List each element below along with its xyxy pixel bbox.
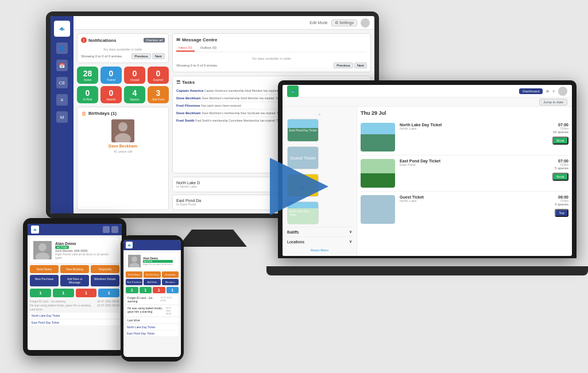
edit-mode-label: Edit Mode [310,21,328,25]
tablet-action-btn[interactable]: Add Note or Message [60,275,89,286]
tablet-icon-2[interactable] [111,226,118,233]
dashboard-button[interactable]: Dashboard [519,88,543,94]
tablet-stat-box-3: 1 [98,289,119,297]
phone-stats-grid: 1111 [126,287,179,293]
outbox-tab[interactable]: Outbox (0) [198,45,219,52]
tablet-icon-1[interactable] [103,226,110,233]
jump-to-date-button[interactable]: Jump to date [539,99,567,106]
stat-box-join-form: 3Join Form [148,86,169,103]
msg-next-button[interactable]: Next [354,63,367,68]
laptop-user-avatar[interactable] [558,87,567,96]
ticket-right-north-lake: 07:00 720m 10 spaces Book [552,123,568,145]
ticket-info-north-lake: North Lake Day Ticket North Lake [400,123,548,130]
svg-point-1 [118,122,127,131]
phone-list-item-3: Last drive [126,317,179,323]
ticket-row-guest: Guest Ticket North Lake 08:00 720m 4 spa… [361,192,568,227]
tablet-action-btn[interactable]: Hospitality [91,265,119,273]
user-avatar[interactable] [361,18,370,28]
tablet-stat-box-1: 1 [53,289,74,297]
stat-box-spaces: 4Spaces [124,86,145,103]
settings-button[interactable]: ⚙ Settings [331,20,357,26]
scroll-up[interactable]: ^ [287,111,352,119]
phone-action-btn[interactable]: Send Status [126,271,142,278]
message-pagination: Showing 0 to 0 of 0 entries Previous Nex… [176,63,367,68]
play-button-overlay[interactable] [260,158,328,215]
book-north-lake-button[interactable]: Book [552,137,568,145]
date-header: Thu 29 Jul [361,110,568,116]
birthday-title: 🎂 Birthdays (1) [81,111,165,116]
monitor-header: Edit Mode ⚙ Settings [74,16,374,30]
phone-action-btn[interactable]: Members [162,279,179,285]
phone-frame: 🐟 Alan Demo ACTIVE [121,235,184,362]
locations-filter[interactable]: Locations ∨ [287,236,352,246]
stat-box-awards: 0Awards [100,86,122,103]
birthday-card: Dave Beckham 41 years old [81,119,165,153]
tablet-member-info: Alan Demo ACTIVE Adult Member (999-9999)… [55,242,116,259]
prev-button[interactable]: Previous [131,53,150,59]
sidebar-nav-icon-4[interactable]: ≡ [56,94,68,106]
tablet-stat-box-0: 1 [30,289,51,297]
play-button-icon[interactable] [260,158,328,215]
laptop-logo: 🐟 [287,86,299,97]
sidebar-nav-icon-1[interactable]: 👤 [56,42,68,54]
tablet-action-btn[interactable]: New Booking [60,265,89,273]
book-east-pond-button[interactable]: Book [552,173,568,181]
phone-stat-box-3: 1 [167,287,179,293]
notifications-panel: ! Notifications Dismiss all No data avai… [77,33,169,63]
sidebar-nav-icon-3[interactable]: CE [56,77,68,88]
monitor-sidebar: 🐟 👤 📅 CE ≡ M [51,16,74,213]
ticket-image-guest [361,195,395,224]
bailiffs-filter[interactable]: Bailiffs ∨ [287,227,352,236]
ticket-right-east-pond: 07:00 720m 5 spaces Book [552,159,568,181]
tablet-action-btn[interactable]: Send Status [30,265,59,273]
laptop-sub-header: Jump to date [283,98,572,107]
scene: 🐟 👤 📅 CE ≡ M Edit Mode ⚙ Settings [0,0,588,373]
tablet-frame: 🐟 [23,218,126,356]
phone-action-btn[interactable]: Add Note [144,279,160,285]
phone-stat-box-2: 1 [153,287,165,293]
next-button[interactable]: Next [152,53,165,59]
icon-2: ≡ [552,90,555,93]
stat-box-expired: 0Expired [148,67,169,84]
pagination-buttons: Previous Next [131,53,165,59]
sidebar-nav-icon-5[interactable]: M [56,111,68,123]
phone-avatar [128,255,141,267]
ticket-row-north-lake: North Lake Day Ticket North Lake 07:00 7… [361,119,568,156]
tablet-header-icons [103,226,118,233]
phone-header: 🐟 [123,240,181,250]
msg-prev-button[interactable]: Previous [334,63,353,68]
tablet-action-btn[interactable]: New Purchase [30,275,59,286]
ticket-image-east-pond [361,159,395,188]
notifications-empty: No data available in table [81,45,165,53]
tablet-member-badge: ACTIVE [55,246,69,249]
tablet-actions-grid: Send StatusNew BookingHospitalityNew Pur… [30,265,119,286]
phone-action-btn[interactable]: Hospitality [162,271,179,278]
tablet-logo: 🐟 [31,226,39,234]
phone-action-btn[interactable]: New Booking [144,271,160,278]
phone-screen: 🐟 Alan Demo ACTIVE [123,240,181,357]
stats-row: 28Active0Trainer0Unpaid0Expired0At Risk0… [77,67,169,103]
laptop-base [266,266,588,275]
laptop-logo-icon: 🐟 [287,86,299,97]
ticket-info-guest: Guest Ticket North Lake [400,195,550,203]
tablet-member-card: Alan Demo ACTIVE Adult Member (999-9999)… [30,238,119,263]
sidebar-nav-icon-2[interactable]: 📅 [56,60,68,71]
tablet-action-btn[interactable]: Members Details [91,275,119,286]
book-guest-button[interactable]: Top [555,209,568,217]
monitor-logo[interactable]: 🐟 [54,21,70,37]
tablet-screen: 🐟 [28,224,122,350]
phone-device: 🐟 Alan Demo ACTIVE [121,235,184,362]
phone-action-btn[interactable]: New Purchase [126,279,142,285]
chevron-up-icon: ^ [319,112,321,118]
dismiss-all-button[interactable]: Dismiss all [144,38,165,42]
monitor-stand [178,230,247,247]
ticket-image-north-lake [361,123,395,151]
laptop-main: Thu 29 Jul North Lake Day Ticket North L… [357,107,572,256]
stat-box-at-risk: 0At Risk [77,86,98,103]
inbox-tab[interactable]: Inbox (0) [176,45,195,52]
notifications-pagination: Showing 0 to 0 of 0 entries Previous Nex… [81,53,165,59]
reset-filters-link[interactable]: Reset filters [287,248,352,252]
icon-1: ⊞ [546,89,549,93]
phone-stat-box-1: 1 [140,287,152,293]
ticket-thumb-east-pond[interactable]: East Pond Day Ticket [287,119,319,142]
